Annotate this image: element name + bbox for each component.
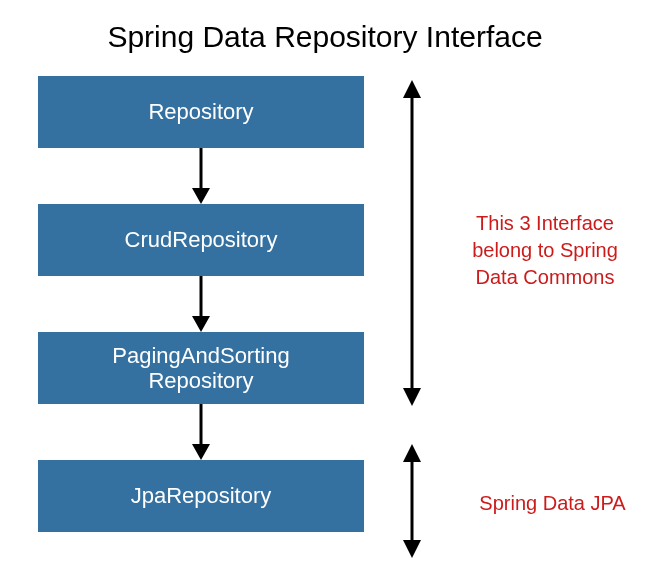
annotation-spring-data-jpa: Spring Data JPA <box>470 490 635 517</box>
svg-marker-5 <box>192 444 210 460</box>
box-jpa-repository-label: JpaRepository <box>131 483 272 508</box>
annotation-spring-data-commons: This 3 Interface belong to Spring Data C… <box>455 210 635 291</box>
box-jpa-repository: JpaRepository <box>38 460 364 532</box>
box-repository-label: Repository <box>148 99 253 124</box>
arrow-down-icon <box>187 148 215 204</box>
range-arrow-commons-icon <box>398 80 426 406</box>
arrow-down-icon <box>187 404 215 460</box>
svg-marker-3 <box>192 316 210 332</box>
box-paging-and-sorting-repository: PagingAndSorting Repository <box>38 332 364 404</box>
hierarchy-column: Repository CrudRepository PagingAndSorti… <box>38 76 364 532</box>
diagram-title: Spring Data Repository Interface <box>0 20 650 54</box>
svg-marker-8 <box>403 388 421 406</box>
arrow-gap-1 <box>38 148 364 204</box>
arrow-gap-2 <box>38 276 364 332</box>
svg-marker-7 <box>403 80 421 98</box>
svg-marker-1 <box>192 188 210 204</box>
range-arrow-jpa-icon <box>398 444 426 558</box>
box-paging-line2: Repository <box>148 368 253 393</box>
svg-marker-11 <box>403 540 421 558</box>
arrow-gap-3 <box>38 404 364 460</box>
box-crud-repository: CrudRepository <box>38 204 364 276</box>
arrow-down-icon <box>187 276 215 332</box>
box-crud-repository-label: CrudRepository <box>125 227 278 252</box>
box-repository: Repository <box>38 76 364 148</box>
box-paging-line1: PagingAndSorting <box>112 343 289 368</box>
svg-marker-10 <box>403 444 421 462</box>
